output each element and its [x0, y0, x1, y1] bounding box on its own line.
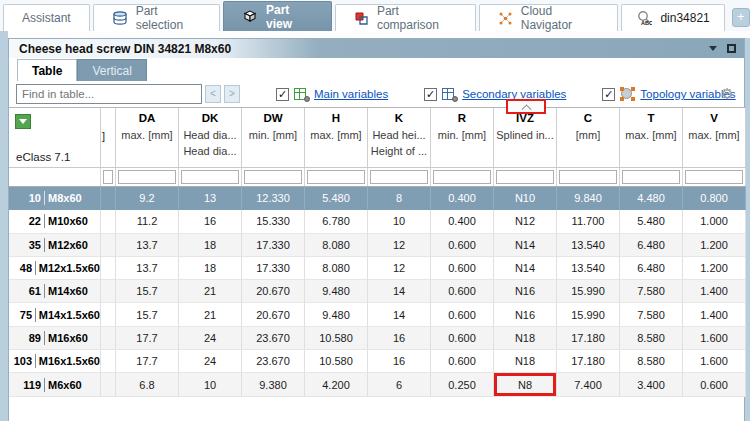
column-filter-input[interactable] — [370, 170, 428, 184]
cell-K[interactable]: 16 — [368, 350, 431, 373]
cell-K[interactable]: 12 — [368, 257, 431, 280]
cell-V[interactable]: 1.400 — [683, 303, 746, 326]
tab-cloud-navigator[interactable]: Cloud Navigator — [479, 4, 619, 31]
column-filter-input[interactable] — [622, 170, 680, 184]
cell-DK[interactable]: 21 — [179, 280, 242, 303]
column-filter-input[interactable] — [685, 170, 743, 184]
cell-V[interactable]: 1.000 — [683, 210, 746, 233]
table-row[interactable]: 22M10x6011.21615.3306.780100.400N1211.70… — [9, 210, 746, 233]
cell-DK[interactable]: 21 — [179, 303, 242, 326]
cell-R[interactable]: 0.600 — [431, 327, 494, 350]
gear-icon[interactable]: ⚙ — [721, 85, 734, 103]
cell-DW[interactable]: 17.330 — [242, 234, 305, 257]
maximize-icon[interactable] — [727, 44, 736, 53]
cell-DW[interactable]: 9.380 — [242, 373, 305, 396]
cell-DK[interactable]: 18 — [179, 234, 242, 257]
cell-K[interactable]: 8 — [368, 187, 431, 210]
cell-C[interactable]: 13.540 — [557, 257, 620, 280]
column-filter-input[interactable] — [496, 170, 554, 184]
cell-DK[interactable]: 18 — [179, 257, 242, 280]
cell-DW[interactable]: 15.330 — [242, 210, 305, 233]
cell-C[interactable]: 15.990 — [557, 303, 620, 326]
cell-T[interactable]: 8.580 — [620, 327, 683, 350]
cell-H[interactable]: 4.200 — [305, 373, 368, 396]
search-tab-value[interactable]: din34821 — [660, 11, 709, 25]
tab-part-view[interactable]: Part view — [223, 1, 332, 31]
find-in-table-input[interactable] — [16, 84, 202, 104]
cell-K[interactable]: 6 — [368, 373, 431, 396]
cell-R[interactable]: 0.600 — [431, 280, 494, 303]
cell-IVZ[interactable]: N18 — [494, 327, 557, 350]
cell-C[interactable]: 11.700 — [557, 210, 620, 233]
table-row[interactable]: 75M14x1.5x6015.72120.6709.480140.600N161… — [9, 303, 746, 326]
column-filter-input[interactable] — [559, 170, 617, 184]
column-filter-input[interactable] — [118, 170, 176, 184]
cell-R[interactable]: 0.600 — [431, 234, 494, 257]
row-header[interactable]: 61M14x60 — [9, 280, 101, 303]
column-filter-input[interactable] — [181, 170, 239, 184]
cell-IVZ[interactable]: N14 — [494, 234, 557, 257]
column-header-K[interactable]: KHead hei...Height of ... — [368, 108, 431, 167]
cell-V[interactable]: 0.600 — [683, 373, 746, 396]
link-main-variables[interactable]: Main variables — [314, 88, 388, 100]
cell-IVZ[interactable]: N16 — [494, 280, 557, 303]
table-row[interactable]: 89M16x6017.72423.67010.580160.600N1817.1… — [9, 327, 746, 350]
cell-C[interactable]: 7.400 — [557, 373, 620, 396]
cell-H[interactable]: 10.580 — [305, 350, 368, 373]
column-header-DA[interactable]: DAmax. [mm] — [116, 108, 179, 167]
cell-H[interactable]: 9.480 — [305, 303, 368, 326]
cell-DK[interactable]: 24 — [179, 350, 242, 373]
cell-K[interactable]: 12 — [368, 234, 431, 257]
cell-V[interactable]: 1.200 — [683, 234, 746, 257]
cell-H[interactable]: 10.580 — [305, 327, 368, 350]
cell-C[interactable]: 13.540 — [557, 234, 620, 257]
chevron-up-icon[interactable] — [521, 104, 531, 114]
column-header-H[interactable]: Hmax. [mm] — [305, 108, 368, 167]
column-filter-input[interactable] — [103, 170, 113, 184]
tab-part-comparison[interactable]: Part comparison — [335, 4, 476, 31]
cell-DW[interactable]: 20.670 — [242, 303, 305, 326]
cell-R[interactable]: 0.250 — [431, 373, 494, 396]
cell-H[interactable]: 8.080 — [305, 257, 368, 280]
cell-C[interactable]: 15.990 — [557, 280, 620, 303]
cell-C[interactable]: 17.180 — [557, 327, 620, 350]
checkbox[interactable]: ✓ — [602, 88, 615, 101]
cell-DA[interactable]: 17.7 — [116, 350, 179, 373]
cell-V[interactable]: 0.800 — [683, 187, 746, 210]
cell-T[interactable]: 8.580 — [620, 350, 683, 373]
row-header[interactable]: 75M14x1.5x60 — [9, 303, 101, 326]
cell-DA[interactable]: 13.7 — [116, 234, 179, 257]
table-row[interactable]: 35M12x6013.71817.3308.080120.600N1413.54… — [9, 234, 746, 257]
cell-DW[interactable]: 20.670 — [242, 280, 305, 303]
cell-R[interactable]: 0.600 — [431, 303, 494, 326]
cell-IVZ[interactable]: N18 — [494, 350, 557, 373]
checkbox[interactable]: ✓ — [424, 88, 437, 101]
cell-DA[interactable]: 6.8 — [116, 373, 179, 396]
cell-DW[interactable]: 12.330 — [242, 187, 305, 210]
cell-H[interactable]: 8.080 — [305, 234, 368, 257]
cell-T[interactable]: 6.480 — [620, 234, 683, 257]
row-header[interactable]: 89M16x60 — [9, 327, 101, 350]
cell-DW[interactable]: 17.330 — [242, 257, 305, 280]
cell-T[interactable]: 5.480 — [620, 210, 683, 233]
column-header-R[interactable]: Rmin. [mm] — [431, 108, 494, 167]
filter-icon[interactable] — [15, 114, 31, 129]
row-header[interactable]: 103M16x1.5x60 — [9, 350, 101, 373]
row-header[interactable]: 35M12x60 — [9, 234, 101, 257]
caret-down-icon[interactable] — [709, 46, 717, 51]
cell-R[interactable]: 0.400 — [431, 210, 494, 233]
cell-T[interactable]: 7.580 — [620, 303, 683, 326]
row-header[interactable]: 22M10x60 — [9, 210, 101, 233]
table-row[interactable]: 61M14x6015.72120.6709.480140.600N1615.99… — [9, 280, 746, 303]
row-header[interactable]: 119M6x60 — [9, 373, 101, 396]
row-header[interactable]: 10M8x60 — [9, 187, 101, 210]
table-row[interactable]: 103M16x1.5x6017.72423.67010.580160.600N1… — [9, 350, 746, 373]
cell-V[interactable]: 1.400 — [683, 280, 746, 303]
column-filter-input[interactable] — [433, 170, 491, 184]
checkbox[interactable]: ✓ — [276, 88, 289, 101]
cell-V[interactable]: 1.200 — [683, 257, 746, 280]
cell-DA[interactable]: 13.7 — [116, 257, 179, 280]
cell-K[interactable]: 14 — [368, 303, 431, 326]
cell-K[interactable]: 14 — [368, 280, 431, 303]
cell-DA[interactable]: 17.7 — [116, 327, 179, 350]
